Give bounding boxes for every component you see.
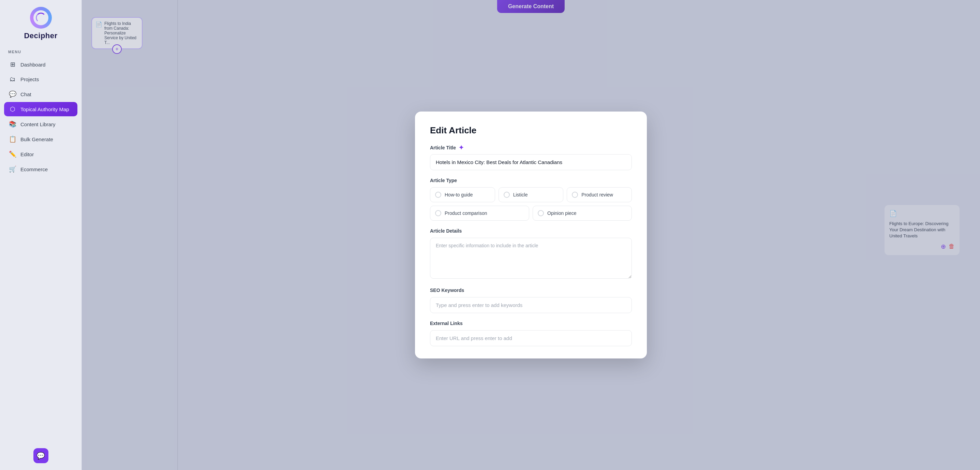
ai-sparkle-icon: ✦: [459, 144, 464, 151]
radio-circle-opinion-piece: [538, 210, 544, 216]
radio-label-product-comparison: Product comparison: [445, 210, 487, 216]
sidebar-nav: ⊞ Dashboard 🗂 Projects 💬 Chat ⬡ Topical …: [0, 57, 81, 176]
sidebar-item-label: Ecommerce: [21, 166, 48, 172]
dashboard-icon: ⊞: [9, 61, 16, 68]
sidebar-item-label: Bulk Generate: [21, 136, 53, 142]
sidebar-item-label: Editor: [21, 151, 34, 157]
projects-icon: 🗂: [9, 76, 16, 83]
sidebar-item-bulk-generate[interactable]: 📋 Bulk Generate: [4, 132, 77, 146]
radio-circle-product-comparison: [435, 210, 441, 216]
article-details-textarea[interactable]: [430, 238, 632, 279]
radio-circle-product-review: [572, 192, 578, 198]
article-type-label: Article Type: [430, 178, 632, 183]
main-area: Generate Content 📄 Flights to India from…: [82, 0, 980, 470]
sidebar-item-ecommerce[interactable]: 🛒 Ecommerce: [4, 162, 77, 176]
external-links-label: External Links: [430, 320, 632, 326]
article-title-label: Article Title ✦: [430, 144, 632, 151]
sidebar-item-label: Chat: [21, 91, 31, 97]
sidebar-item-content-library[interactable]: 📚 Content Library: [4, 117, 77, 131]
article-details-label: Article Details: [430, 228, 632, 234]
article-type-opinion-piece[interactable]: Opinion piece: [533, 206, 632, 221]
sidebar-item-label: Dashboard: [21, 62, 45, 67]
support-chat-icon: 💬: [37, 452, 45, 460]
logo-icon: [30, 7, 52, 29]
external-links-input[interactable]: [430, 330, 632, 346]
radio-label-listicle: Listicle: [513, 192, 528, 198]
editor-icon: ✏️: [9, 150, 16, 158]
sidebar-item-label: Topical Authority Map: [21, 107, 69, 112]
sidebar-item-editor[interactable]: ✏️ Editor: [4, 147, 77, 161]
chat-icon: 💬: [9, 91, 16, 98]
radio-circle-listicle: [504, 192, 510, 198]
menu-label: MENU: [0, 50, 21, 54]
article-title-input[interactable]: [430, 154, 632, 170]
sidebar-logo: Decipher: [24, 7, 57, 40]
modal-title: Edit Article: [430, 125, 632, 136]
content-library-icon: 📚: [9, 120, 16, 128]
sidebar-item-label: Content Library: [21, 121, 56, 127]
radio-label-opinion-piece: Opinion piece: [547, 210, 577, 216]
bulk-generate-icon: 📋: [9, 135, 16, 143]
sidebar-item-topical-authority-map[interactable]: ⬡ Topical Authority Map: [4, 102, 77, 116]
article-type-row: Product comparison Opinion piece: [430, 206, 632, 221]
seo-keywords-label: SEO Keywords: [430, 288, 632, 293]
article-type-how-to-guide[interactable]: How-to guide: [430, 187, 495, 202]
modal-overlay: Edit Article Article Title ✦ Article Typ…: [82, 0, 980, 470]
article-type-grid: How-to guide Listicle Product review: [430, 187, 632, 202]
sidebar: Decipher MENU ⊞ Dashboard 🗂 Projects 💬 C…: [0, 0, 82, 470]
sidebar-item-chat[interactable]: 💬 Chat: [4, 87, 77, 101]
app-title: Decipher: [24, 31, 57, 40]
support-chat-button[interactable]: 💬: [33, 448, 48, 463]
radio-label-product-review: Product review: [581, 192, 613, 198]
sidebar-item-dashboard[interactable]: ⊞ Dashboard: [4, 57, 77, 72]
sidebar-item-label: Projects: [21, 76, 39, 82]
article-type-product-review[interactable]: Product review: [567, 187, 632, 202]
sidebar-item-projects[interactable]: 🗂 Projects: [4, 72, 77, 86]
radio-label-how-to-guide: How-to guide: [445, 192, 473, 198]
ecommerce-icon: 🛒: [9, 166, 16, 173]
edit-article-modal: Edit Article Article Title ✦ Article Typ…: [415, 112, 647, 358]
seo-keywords-input[interactable]: [430, 297, 632, 313]
topical-authority-map-icon: ⬡: [9, 105, 16, 113]
article-type-listicle[interactable]: Listicle: [498, 187, 564, 202]
article-type-product-comparison[interactable]: Product comparison: [430, 206, 529, 221]
radio-circle-how-to-guide: [435, 192, 441, 198]
